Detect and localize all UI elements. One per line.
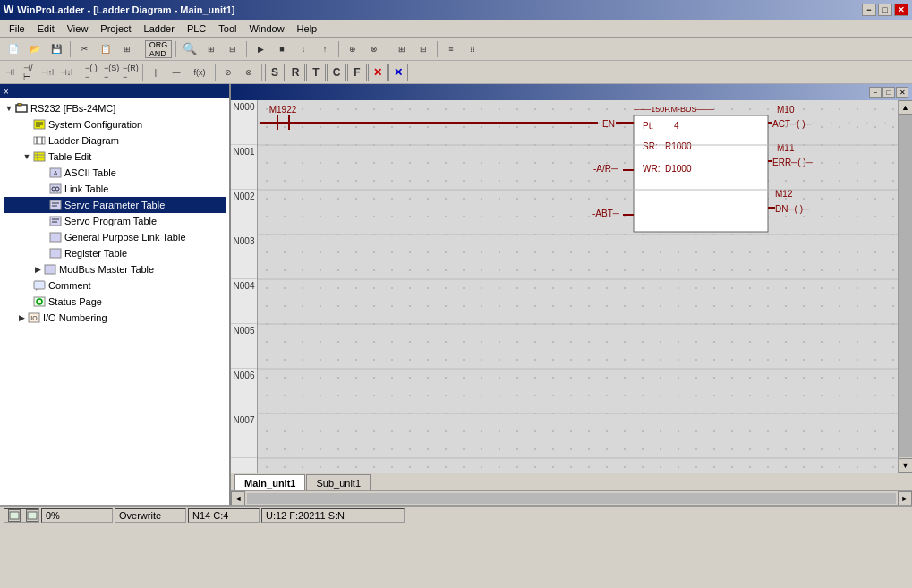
menu-view[interactable]: View	[62, 21, 94, 36]
svg-rect-1	[18, 103, 21, 106]
tab-main-unit1[interactable]: Main_unit1	[234, 474, 305, 490]
x-red-btn[interactable]: ✕	[368, 64, 388, 81]
stop-button[interactable]: ■	[272, 40, 292, 58]
del-line-btn[interactable]: ⊗	[239, 64, 259, 81]
svg-marker-29	[36, 289, 38, 291]
tree-general-link[interactable]: General Purpose Link Table	[4, 229, 226, 245]
scroll-left-btn[interactable]: ◄	[231, 491, 245, 506]
horizontal-scrollbar[interactable]: ◄ ►	[231, 490, 912, 505]
download-button[interactable]: ↓	[294, 40, 313, 58]
tb-misc1[interactable]: ≡	[441, 40, 461, 58]
inner-close[interactable]: ✕	[896, 87, 908, 98]
svg-rect-73	[10, 512, 19, 519]
sep5	[338, 41, 339, 57]
coil-s-btn[interactable]: −(S)−	[103, 64, 121, 81]
contact-no-btn[interactable]: ⊣⊢	[4, 64, 21, 81]
tree-comment[interactable]: Comment	[4, 277, 226, 294]
monitor-button[interactable]: ⊕	[343, 40, 362, 58]
contact-p-btn[interactable]: ⊣↑⊢	[41, 64, 59, 81]
tree-link-table[interactable]: Link Table	[4, 181, 226, 197]
vert-line-btn[interactable]: |	[146, 64, 166, 81]
r-btn[interactable]: R	[286, 64, 305, 81]
menu-edit[interactable]: Edit	[32, 21, 60, 36]
scroll-down-btn[interactable]: ▼	[899, 458, 913, 473]
tree-servo-prog[interactable]: Servo Program Table	[4, 213, 226, 229]
modbus-icon	[43, 263, 57, 276]
x-blue-btn[interactable]: ✕	[388, 64, 408, 81]
contact-nc-btn[interactable]: ⊣/⊢	[22, 64, 40, 81]
del-contact-btn[interactable]: ⊘	[218, 64, 238, 81]
title-bar-buttons[interactable]: − □ ✕	[862, 4, 908, 16]
paste-button[interactable]: ⊞	[117, 40, 137, 58]
t-btn[interactable]: T	[306, 64, 326, 81]
menu-project[interactable]: Project	[95, 21, 136, 36]
menu-window[interactable]: Window	[243, 21, 289, 36]
expand-modbus[interactable]: ▶	[32, 264, 43, 275]
col-button[interactable]: ⊞	[392, 40, 412, 58]
scroll-right-btn[interactable]: ►	[898, 491, 912, 506]
svg-text:WR:: WR:	[643, 164, 660, 174]
expand-root[interactable]: ▼	[4, 103, 14, 114]
vertical-scrollbar[interactable]: ▲ ▼	[898, 100, 912, 473]
ascii-label: ASCII Table	[64, 167, 116, 178]
scroll-up-btn[interactable]: ▲	[899, 100, 913, 115]
coil-btn[interactable]: −( )−	[84, 64, 102, 81]
c-btn[interactable]: C	[327, 64, 346, 81]
find-button[interactable]: ⊞	[201, 40, 221, 58]
menu-tool[interactable]: Tool	[213, 21, 242, 36]
force-button[interactable]: ⊗	[364, 40, 384, 58]
s-btn[interactable]: S	[265, 64, 285, 81]
tree-io-numbering[interactable]: ▶ IO I/O Numbering	[4, 310, 226, 326]
menu-ladder[interactable]: Ladder	[139, 21, 180, 36]
inner-title-buttons[interactable]: − □ ✕	[869, 87, 908, 98]
menu-file[interactable]: File	[4, 21, 30, 36]
cut-button[interactable]: ✂	[74, 40, 94, 58]
save-button[interactable]: 💾	[47, 40, 66, 58]
ladder-icon	[32, 134, 47, 147]
tree-register[interactable]: Register Table	[4, 245, 226, 261]
row-n003: N003	[231, 234, 257, 279]
horiz-line-btn[interactable]: —	[166, 64, 186, 81]
restore-button[interactable]: □	[878, 4, 892, 16]
org-button[interactable]: ORGAND	[145, 40, 172, 58]
run-button[interactable]: ▶	[251, 40, 270, 58]
scroll-thumb	[899, 115, 912, 457]
diagram-canvas[interactable]: M1922 EN─ ───150P.M-BUS───	[258, 100, 898, 473]
close-button[interactable]: ✕	[894, 4, 908, 16]
new-button[interactable]: 📄	[4, 40, 23, 58]
contact-n-btn[interactable]: ⊣↓⊢	[60, 64, 78, 81]
expand-comment	[21, 280, 32, 291]
zoom-in[interactable]: 🔍	[180, 40, 200, 58]
tree-ladder-diagram[interactable]: Ladder Diagram	[4, 132, 226, 149]
replace-button[interactable]: ⊟	[223, 40, 243, 58]
func-btn[interactable]: f(x)	[187, 64, 212, 81]
tree-table-edit[interactable]: ▼ Table Edit	[4, 149, 226, 165]
expand-link	[38, 183, 48, 194]
tree-system-config[interactable]: System Configuration	[4, 116, 226, 132]
upload-button[interactable]: ↑	[315, 40, 335, 58]
status-info: U:12 F:20211 S:N	[261, 508, 405, 523]
tb-misc2[interactable]: ⁞⁞	[463, 40, 482, 58]
tree-modbus[interactable]: ▶ ModBus Master Table	[4, 261, 226, 277]
svg-text:Pt:: Pt:	[643, 121, 653, 131]
tree-servo-param[interactable]: Servo Parameter Table	[4, 197, 226, 213]
expand-io[interactable]: ▶	[16, 312, 27, 323]
tree-root[interactable]: ▼ RS232 [FBs-24MC]	[4, 100, 226, 116]
tree-ascii-table[interactable]: A ASCII Table	[4, 165, 226, 181]
row-button[interactable]: ⊟	[413, 40, 433, 58]
f-btn[interactable]: F	[347, 64, 367, 81]
inner-restore[interactable]: □	[882, 87, 895, 98]
copy-button[interactable]: 📋	[96, 40, 115, 58]
menu-help[interactable]: Help	[292, 21, 323, 36]
tree-status-page[interactable]: Status Page	[4, 294, 226, 310]
comment-icon	[32, 279, 47, 292]
inner-minimize[interactable]: −	[869, 87, 882, 98]
menu-plc[interactable]: PLC	[182, 21, 211, 36]
minimize-button[interactable]: −	[862, 4, 876, 16]
open-button[interactable]: 📂	[25, 40, 45, 58]
coil-r-btn[interactable]: −(R)−	[122, 64, 140, 81]
horiz-scroll-track[interactable]	[247, 493, 896, 504]
expand-table[interactable]: ▼	[21, 151, 32, 162]
register-icon	[48, 247, 63, 260]
tab-sub-unit1[interactable]: Sub_unit1	[306, 474, 371, 490]
